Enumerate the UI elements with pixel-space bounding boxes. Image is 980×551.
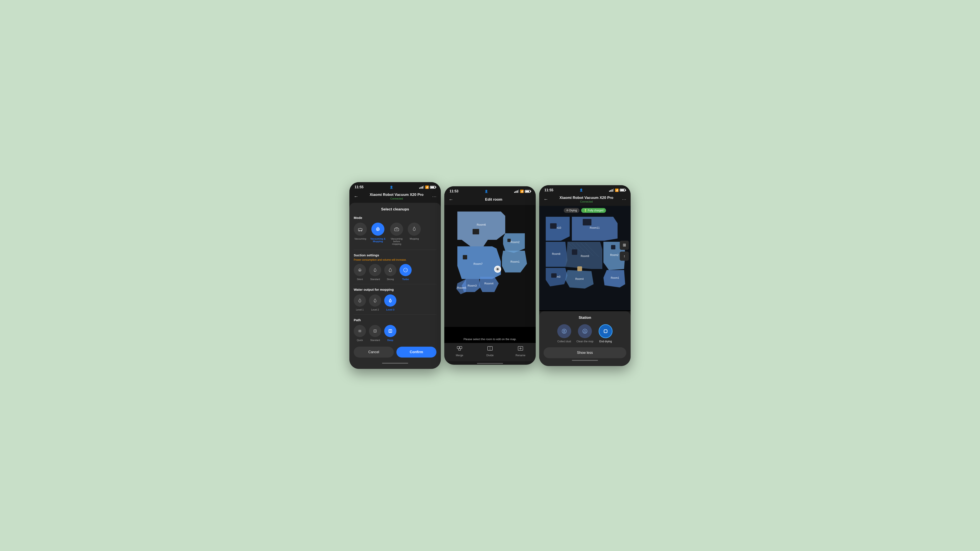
svg-rect-32: [458, 349, 461, 350]
water-level2-icon: [369, 294, 381, 306]
svg-rect-61: [572, 249, 577, 255]
person-icon-1: 👤: [390, 186, 393, 189]
signal-bar: [609, 191, 610, 192]
header-2: ← Edit room: [444, 195, 536, 205]
svg-text:Room2: Room2: [511, 240, 520, 244]
suction-standard[interactable]: Standard: [369, 264, 381, 281]
svg-point-69: [563, 330, 565, 332]
time-3: 11:55: [544, 188, 554, 192]
more-button-3[interactable]: ⋯: [622, 197, 626, 202]
nav-merge[interactable]: Merge: [444, 346, 475, 357]
mode-mopping[interactable]: Mopping: [408, 222, 421, 245]
wifi-icon-1: 📶: [425, 186, 429, 189]
status-icons-2: 📶: [514, 189, 530, 193]
collect-dust-label: Collect dust: [557, 340, 571, 343]
time-2: 11:53: [450, 189, 458, 193]
mode-vacuuming-before-mopping[interactable]: Vacuuming before mopping: [389, 222, 404, 245]
mode-vacuuming[interactable]: Vacuuming: [354, 222, 367, 245]
signal-bar: [518, 190, 519, 193]
title-area-2: Edit room: [456, 197, 531, 202]
path-deep[interactable]: Deep: [384, 325, 396, 341]
vacuuming-mopping-label: Vacuuming & Mopping: [370, 237, 385, 243]
mode-grid: Vacuuming Vacuuming & Mopping: [354, 222, 436, 245]
collect-dust-button[interactable]: Collect dust: [557, 324, 571, 343]
vacuuming-before-mopping-label: Vacuuming before mopping: [389, 237, 404, 245]
suction-settings-row: Silent Standard: [354, 264, 436, 281]
charged-label: Fully charged: [588, 209, 603, 212]
water-level2[interactable]: Level 2: [369, 294, 381, 311]
show-less-button[interactable]: Show less: [544, 347, 626, 358]
status-bar-1: 11:55 👤 📶: [349, 182, 441, 191]
station-title: Station: [544, 316, 626, 320]
battery-2: [525, 190, 530, 193]
turbo-label: Turbo: [402, 278, 409, 281]
nav-rename[interactable]: Rename: [505, 346, 536, 357]
deep-path-label: Deep: [387, 339, 393, 341]
suction-strong[interactable]: Strong: [384, 264, 396, 281]
suction-section-label: Suction settings: [354, 253, 436, 257]
suction-turbo[interactable]: Turbo: [399, 264, 412, 281]
suction-warning: Power consumption and volume will increa…: [354, 258, 436, 261]
signal-bar: [423, 186, 424, 189]
status-overlay: ⟳ Drying 🔋 Fully charged: [564, 208, 606, 213]
rename-label: Rename: [515, 354, 525, 357]
back-button-2[interactable]: ←: [449, 197, 453, 202]
silent-label: Silent: [357, 278, 363, 281]
svg-text:⊞: ⊞: [623, 243, 626, 247]
collect-dust-icon: [557, 324, 571, 338]
vacuuming-mopping-icon: [371, 222, 384, 236]
svg-text:Room3: Room3: [468, 284, 477, 287]
battery-fill-1: [431, 186, 434, 188]
svg-text:Room4: Room4: [484, 282, 493, 285]
standard-suction-label: Standard: [370, 278, 380, 281]
svg-rect-58: [577, 266, 582, 271]
more-button-1[interactable]: ⋯: [432, 194, 436, 199]
path-standard[interactable]: Standard: [369, 325, 381, 341]
battery-fill-3: [620, 189, 624, 191]
path-quick[interactable]: Quick: [354, 325, 366, 341]
svg-text:Room5: Room5: [457, 286, 466, 289]
water-level3-icon: [384, 294, 396, 306]
svg-text:Room2: Room2: [610, 254, 619, 257]
screen-select-cleanups: 11:55 👤 📶 ← Xiaomi Robot Vacuum X20 Pro: [349, 182, 441, 369]
water-level1[interactable]: Level 1: [354, 294, 366, 311]
water-level3[interactable]: Level 3: [384, 294, 396, 311]
cancel-button[interactable]: Cancel: [354, 347, 394, 357]
clean-mop-button[interactable]: Clean the mop: [576, 324, 593, 343]
room-map[interactable]: Room6 Room2 Room7 Room1 Room3: [444, 205, 536, 343]
wifi-icon-2: 📶: [520, 189, 524, 193]
robot-map[interactable]: ⟳ Drying 🔋 Fully charged Room10 Room11: [539, 206, 631, 311]
merge-icon: [457, 346, 462, 353]
back-button-1[interactable]: ←: [354, 194, 358, 199]
svg-text:Room8: Room8: [552, 252, 560, 256]
bottom-navigation: Merge Divide Rename: [444, 343, 536, 361]
status-icons-3: 📶: [609, 189, 625, 192]
divider-3: [354, 314, 436, 315]
water-section-label: Water output for mopping: [354, 288, 436, 291]
suction-silent[interactable]: Silent: [354, 264, 366, 281]
battery-fill-2: [525, 191, 529, 192]
connection-status-1: Connected: [361, 197, 432, 200]
signal-bar: [419, 187, 420, 189]
svg-rect-63: [551, 273, 557, 278]
end-drying-button[interactable]: End drying: [599, 324, 612, 343]
svg-text:Room7: Room7: [474, 262, 483, 265]
standard-path-label: Standard: [370, 339, 380, 341]
mode-vacuuming-mopping[interactable]: Vacuuming & Mopping: [370, 222, 385, 245]
divide-icon: [487, 346, 493, 353]
vacuuming-icon: [354, 222, 367, 236]
nav-divide[interactable]: Divide: [475, 346, 505, 357]
svg-point-5: [359, 270, 361, 271]
drying-status: ⟳ Drying: [564, 208, 579, 213]
back-button-3[interactable]: ←: [544, 197, 548, 202]
mopping-label: Mopping: [410, 237, 419, 240]
svg-rect-71: [604, 330, 607, 333]
time-1: 11:55: [355, 185, 364, 189]
signal-bar: [515, 191, 516, 193]
water-level1-label: Level 1: [356, 308, 364, 311]
water-level1-icon: [354, 294, 366, 306]
quick-path-icon: [354, 325, 366, 337]
turbo-icon: [399, 264, 412, 276]
strong-icon: [384, 264, 396, 276]
confirm-button[interactable]: Confirm: [396, 347, 436, 357]
